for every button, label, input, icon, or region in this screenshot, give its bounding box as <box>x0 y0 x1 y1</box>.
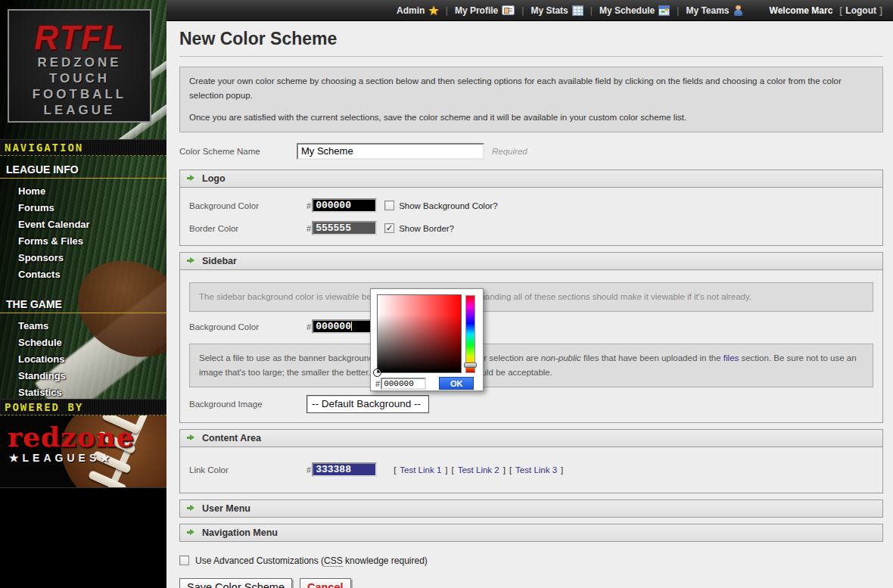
welcome-text: Welcome Marc <box>770 5 833 16</box>
logo-bg-color-value: 000000 <box>316 200 351 211</box>
section-navigation-menu: Navigation Menu <box>179 524 883 542</box>
hash-sign: # <box>306 201 311 210</box>
main-content: New Color Scheme Create your own color s… <box>166 21 893 588</box>
show-border-label: Show Border? <box>399 224 454 233</box>
logo-border-color-label: Border Color <box>189 224 306 233</box>
background-image-select[interactable]: -- Default Background -- <box>306 395 429 413</box>
calculator-icon <box>572 5 583 16</box>
powered-by-banner: POWERED BY <box>0 399 166 415</box>
test-link-2[interactable]: Test Link 2 <box>458 465 499 474</box>
topbar-admin[interactable]: Admin ★ <box>397 4 439 17</box>
sidebar-bg-color-field[interactable]: 000000 <box>312 319 377 334</box>
separator: | <box>590 5 593 16</box>
section-logo: Logo Background Color # 000000 Show Back… <box>179 170 883 246</box>
logo-border-color-field[interactable]: 555555 <box>312 221 377 235</box>
section-user-menu: User Menu <box>179 499 883 518</box>
green-arrow-icon <box>187 529 195 536</box>
hue-slider[interactable] <box>465 295 475 373</box>
save-color-scheme-button[interactable]: Save Color Scheme <box>179 578 292 588</box>
css-abbr: CSS <box>324 555 343 567</box>
green-arrow-icon <box>187 434 195 441</box>
files-link[interactable]: files <box>723 353 739 362</box>
sidebar-item-teams[interactable]: Teams <box>0 318 166 334</box>
section-sidebar-body: The sidebar background color is viewable… <box>180 269 882 422</box>
link-color-field[interactable]: 333388 <box>312 462 377 477</box>
show-background-color-checkbox[interactable] <box>384 201 394 210</box>
sidebar-item-locations[interactable]: Locations <box>0 351 166 368</box>
background-image-note: Select a file to use as the banner backg… <box>189 344 873 387</box>
navigation-banner: NAVIGATION <box>0 139 166 156</box>
logo-border-color-value: 555555 <box>316 222 351 234</box>
section-sidebar: Sidebar The sidebar background color is … <box>179 252 883 423</box>
league-logo-line: TOUCH <box>9 70 150 86</box>
test-link-1[interactable]: Test Link 1 <box>400 465 441 474</box>
test-link-3[interactable]: Test Link 3 <box>515 465 557 474</box>
sidebar-item-forms-files[interactable]: Forms & Files <box>0 233 166 250</box>
color-scheme-name-row: Color Scheme Name Required <box>179 143 883 160</box>
green-arrow-icon <box>187 175 195 182</box>
league-logo-line: REDZONE <box>9 54 150 70</box>
logout-link[interactable]: Logout <box>845 5 876 16</box>
sidebar-item-forums[interactable]: Forums <box>0 200 166 216</box>
section-sidebar-title: Sidebar <box>202 256 237 266</box>
show-border-checkbox[interactable]: ✓ <box>384 223 394 233</box>
text-caret <box>351 322 352 331</box>
nav-group-league-info: LEAGUE INFO <box>0 159 166 179</box>
section-content-area-body: Link Color # 333388 [ Test Link 1 ] [ Te… <box>180 446 882 493</box>
page-title: New Color Scheme <box>179 29 883 57</box>
hash-sign: # <box>375 379 380 388</box>
color-picker-popup: # OK <box>370 288 484 391</box>
bracket: [ <box>839 5 842 16</box>
league-logo-line: FOOTBALL <box>9 86 150 102</box>
logo-bg-color-field[interactable]: 000000 <box>312 198 377 213</box>
section-logo-header[interactable]: Logo <box>180 170 882 187</box>
brand-subtitle: ★LEAGUES★ <box>9 452 114 464</box>
sidebar-item-standings[interactable]: Standings <box>0 368 166 384</box>
sidebar-nav: LEAGUE INFO Home Forums Event Calendar F… <box>0 159 166 401</box>
use-advanced-customizations-checkbox[interactable] <box>179 555 189 565</box>
picker-hex-input[interactable] <box>381 378 426 390</box>
topbar-admin-label: Admin <box>397 5 425 16</box>
cancel-button[interactable]: Cancel <box>300 578 351 588</box>
sidebar-item-contacts[interactable]: Contacts <box>0 266 166 283</box>
profile-card-icon <box>502 5 515 15</box>
sidebar-item-sponsors[interactable]: Sponsors <box>0 250 166 266</box>
sidebar-bg-color-label: Background Color <box>189 322 306 331</box>
topbar-my-teams[interactable]: My Teams <box>686 5 742 16</box>
intro-box: Create your own color scheme by choosing… <box>179 67 883 132</box>
topbar-my-profile[interactable]: My Profile <box>455 5 515 16</box>
brand-name: redzone <box>8 423 135 450</box>
league-logo-line: LEAGUE <box>9 102 150 118</box>
saturation-value-area[interactable] <box>377 294 462 373</box>
star-icon: ★ <box>428 4 438 17</box>
color-scheme-name-label: Color Scheme Name <box>179 147 297 156</box>
sidebar-item-home[interactable]: Home <box>0 183 166 200</box>
sidebar-item-schedule[interactable]: Schedule <box>0 334 166 351</box>
color-scheme-name-input[interactable] <box>297 143 484 160</box>
section-user-menu-title: User Menu <box>202 503 250 514</box>
topbar-my-stats-label: My Stats <box>531 5 568 16</box>
separator: | <box>677 5 679 16</box>
section-navigation-menu-header[interactable]: Navigation Menu <box>180 524 882 541</box>
hash-sign: # <box>306 465 311 474</box>
bracket: ] <box>879 5 882 16</box>
advanced-customizations-row: Use Advanced Customizations (CSS knowled… <box>179 555 883 566</box>
link-color-value: 333388 <box>316 464 351 475</box>
section-user-menu-header[interactable]: User Menu <box>180 500 882 517</box>
topbar-my-profile-label: My Profile <box>455 5 498 16</box>
hue-slider-handle[interactable] <box>464 362 477 368</box>
league-logo: RTFL REDZONE TOUCH FOOTBALL LEAGUE <box>8 9 151 123</box>
section-content-area-header[interactable]: Content Area <box>180 430 882 446</box>
sidebar-note: The sidebar background color is viewable… <box>189 282 873 312</box>
topbar-my-stats[interactable]: My Stats <box>531 5 583 16</box>
person-icon <box>733 5 743 16</box>
section-sidebar-header[interactable]: Sidebar <box>180 253 882 269</box>
sidebar-item-event-calendar[interactable]: Event Calendar <box>0 216 166 233</box>
picker-ok-button[interactable]: OK <box>439 377 474 390</box>
action-buttons: Save Color Scheme Cancel <box>179 578 883 588</box>
topbar-my-schedule-label: My Schedule <box>599 5 655 16</box>
picker-footer: # OK <box>375 377 474 390</box>
picker-cursor[interactable] <box>373 369 381 377</box>
link-color-label: Link Color <box>189 465 306 474</box>
topbar-my-schedule[interactable]: My Schedule <box>599 5 670 16</box>
